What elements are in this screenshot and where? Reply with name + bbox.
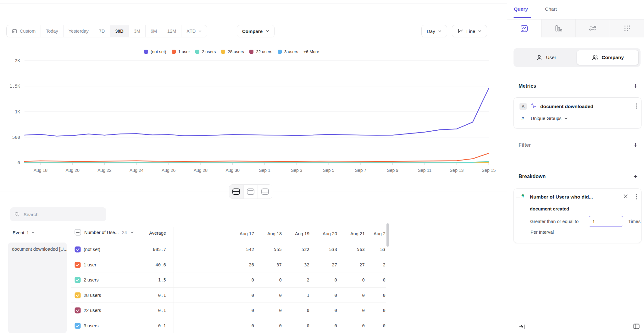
series-header-label[interactable]: Number of Use... <box>84 230 119 235</box>
close-icon[interactable] <box>623 194 628 199</box>
layout-chart-button[interactable] <box>244 185 258 199</box>
breakdown-condition-label[interactable]: Greater than or equal to <box>530 219 579 224</box>
metric-card[interactable]: A document downloaded # Unique Groups <box>514 97 641 128</box>
series-label: 2 users <box>84 272 99 287</box>
date-column-header[interactable]: Aug 21 <box>343 231 371 236</box>
event-header-label: Event <box>13 230 24 235</box>
per-interval-label[interactable]: Per Interval <box>530 230 554 235</box>
range-today[interactable]: Today <box>41 25 64 37</box>
split-view-icon <box>232 188 240 195</box>
user-icon <box>536 54 543 61</box>
measure-select[interactable]: Unique Groups <box>531 116 568 121</box>
more-charts-tab[interactable] <box>610 19 644 37</box>
chart-area[interactable]: 05001K1.5K2KAug 18Aug 20Aug 22Aug 24Aug … <box>0 47 507 179</box>
row-checkbox[interactable] <box>75 323 81 329</box>
series-line-1 user <box>25 153 489 161</box>
average-value: 605.7 <box>132 242 166 257</box>
event-column-header[interactable]: Event 1 <box>13 230 35 235</box>
measure-hash-icon: # <box>521 116 524 121</box>
line-chart-icon <box>457 28 464 34</box>
bar-chart-tab[interactable] <box>541 19 575 37</box>
company-label: Company <box>602 55 624 60</box>
drag-handle-icon[interactable] <box>516 196 520 199</box>
date-column-header[interactable]: Aug 2 <box>371 231 386 236</box>
svg-text:Aug 24: Aug 24 <box>130 168 144 173</box>
range-xtd[interactable]: XTD <box>181 25 207 37</box>
date-column-header[interactable]: Aug 17 <box>233 231 260 236</box>
layout-split-button[interactable] <box>229 185 244 199</box>
breakdown-section-title: Breakdown <box>519 174 546 179</box>
row-checkbox[interactable] <box>75 292 81 298</box>
cell-value: 1 <box>288 293 316 298</box>
average-value: 0.1 <box>132 318 166 333</box>
date-column-header[interactable]: Aug 19 <box>288 231 316 236</box>
breakdown-title[interactable]: Number of Users who did... <box>530 194 593 200</box>
chart-type-label: Line <box>466 29 475 34</box>
user-label: User <box>546 55 556 60</box>
kebab-menu-icon[interactable] <box>636 194 637 200</box>
date-column-header[interactable]: Aug 18 <box>260 231 288 236</box>
add-breakdown-button[interactable]: + <box>632 173 639 180</box>
add-metric-button[interactable]: + <box>632 83 639 90</box>
svg-text:Aug 28: Aug 28 <box>194 168 208 173</box>
row-checkbox[interactable] <box>75 307 81 314</box>
range-3m[interactable]: 3M <box>129 25 146 37</box>
search-input[interactable] <box>23 211 102 217</box>
grid-dots-icon <box>623 24 631 32</box>
date-column-header[interactable]: Aug 20 <box>316 231 343 236</box>
sidebar-toggle-icon[interactable] <box>633 323 640 330</box>
collapse-panel-icon[interactable] <box>519 323 525 330</box>
table-row[interactable]: 1 user40.626373227272 <box>0 257 507 273</box>
range-yesterday[interactable]: Yesterday <box>64 25 94 37</box>
table-scrollbar[interactable] <box>386 223 389 247</box>
range-custom[interactable]: Custom <box>7 25 41 37</box>
series-label: (not set) <box>84 242 100 257</box>
chart-type-select[interactable]: Line <box>452 25 487 37</box>
interval-select[interactable]: Day <box>421 25 447 37</box>
svg-text:Aug 20: Aug 20 <box>66 168 80 173</box>
filter-breakdown-divider <box>507 164 644 164</box>
kebab-menu-icon[interactable] <box>636 103 637 109</box>
add-filter-button[interactable]: + <box>632 142 639 149</box>
table-row[interactable]: (not set)605.754255552253356353 <box>0 242 507 257</box>
table-row[interactable]: 2 users1.5002000 <box>0 272 507 288</box>
segmentation-chart-tab[interactable] <box>507 19 541 37</box>
indeterminate-checkbox[interactable] <box>75 229 81 236</box>
average-column-header[interactable]: Average <box>132 231 166 236</box>
range-6m[interactable]: 6M <box>146 25 162 37</box>
tab-query[interactable]: Query <box>514 6 528 12</box>
entity-option-user[interactable]: User <box>515 50 577 65</box>
cell-value: 0 <box>316 308 343 313</box>
search-box <box>10 207 106 221</box>
metrics-section-title: Metrics <box>519 83 536 89</box>
flow-chart-tab[interactable] <box>575 19 610 37</box>
times-input[interactable] <box>589 216 623 227</box>
segmentation-chart-icon <box>520 25 528 33</box>
row-checkbox[interactable] <box>75 246 81 253</box>
tab-chart[interactable]: Chart <box>545 6 557 12</box>
table-row[interactable]: 3 users0.1000000 <box>0 318 507 333</box>
svg-text:Sep 11: Sep 11 <box>418 168 432 173</box>
cell-value: 32 <box>288 262 316 267</box>
range-12m[interactable]: 12M <box>162 25 181 37</box>
cell-value: 0 <box>260 323 288 328</box>
layout-table-button[interactable] <box>258 185 272 199</box>
average-value: 1.5 <box>132 272 166 287</box>
row-checkbox[interactable] <box>75 262 81 268</box>
cell-value: 0 <box>233 323 260 328</box>
cell-value: 0 <box>233 277 260 282</box>
top-view-icon <box>247 188 254 195</box>
metric-event-name[interactable]: document downloaded <box>540 104 593 109</box>
range-30d[interactable]: 30D <box>110 25 129 37</box>
svg-text:500: 500 <box>12 135 20 140</box>
table-row[interactable]: 28 users0.1001000 <box>0 288 507 303</box>
cell-value: 26 <box>233 262 260 267</box>
breakdown-event-name[interactable]: document created <box>530 206 569 211</box>
svg-text:Aug 30: Aug 30 <box>225 168 240 173</box>
range-7d[interactable]: 7D <box>94 25 110 37</box>
table-row[interactable]: 22 users0.1000000 <box>0 303 507 318</box>
row-checkbox[interactable] <box>75 277 81 283</box>
table-body: document downloaded [U... (not set)605.7… <box>0 240 507 333</box>
entity-option-company[interactable]: Company <box>577 50 639 65</box>
compare-button[interactable]: Compare <box>237 25 275 37</box>
